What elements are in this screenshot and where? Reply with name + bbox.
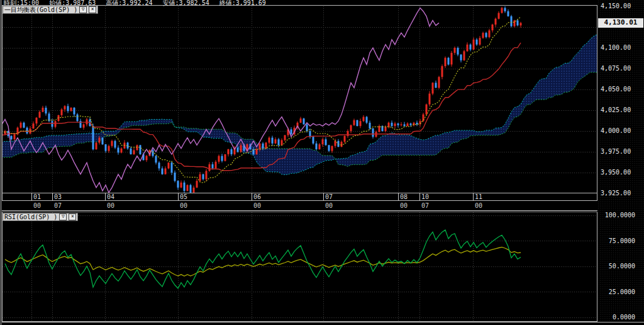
ichimoku-collapse-icon[interactable]: ▽ xyxy=(79,6,87,13)
rsi-close-icon[interactable]: × xyxy=(69,214,76,220)
price-axis-label: 4,025.00 xyxy=(601,106,631,114)
ichimoku-panel-chip: 一目均衡表(Gold(SP) ) ▽ × xyxy=(3,6,98,14)
price-axis-label: 3,925.00 xyxy=(601,190,631,197)
price-axis-label: 4,100.00 xyxy=(601,44,631,52)
date-tick-label: 01 xyxy=(33,193,41,200)
ichimoku-close-icon[interactable]: × xyxy=(89,6,96,13)
price-axis-label: 4,150.00 xyxy=(601,3,631,10)
hour-tick-label: 00 xyxy=(475,202,482,209)
ichimoku-panel-title: 一目均衡表(Gold(SP) ) xyxy=(4,6,77,13)
hour-tick-label: 00 xyxy=(107,202,114,209)
date-tick-label: 03 xyxy=(54,193,62,200)
quote-open: 始値:3,987.63 xyxy=(49,0,96,6)
current-price-box: 4,130.01 xyxy=(597,18,644,28)
price-axis-label: 4,050.00 xyxy=(601,86,631,93)
rsi-axis-label: 50.0000 xyxy=(597,263,635,270)
date-tick-label: 10 xyxy=(421,193,429,200)
date-tick-label: 07 xyxy=(325,193,333,200)
price-axis-label: 4,075.00 xyxy=(601,65,631,72)
quote-low: 安値:3,982.54 xyxy=(163,0,209,6)
quote-high: 高値:3,992.24 xyxy=(106,0,152,6)
price-axis-label: 3,975.00 xyxy=(601,148,631,156)
quote-time: 時刻:15:00 xyxy=(4,0,39,6)
rsi-axis-label: 75.0000 xyxy=(597,237,635,245)
rsi-panel-chip: RSI(Gold(SP) ) ▽ × xyxy=(3,213,78,221)
date-tick-label: 06 xyxy=(253,193,261,200)
rsi-axis-label: 100.0000 xyxy=(597,212,635,219)
date-tick-label: 08 xyxy=(400,193,408,200)
window-left-border xyxy=(0,0,2,325)
price-axis-label: 4,000.00 xyxy=(601,127,631,135)
hour-tick-label: 00 xyxy=(325,202,333,209)
rsi-axis-label: 0.0000 xyxy=(597,314,635,321)
price-axis-label: 3,950.00 xyxy=(601,169,631,176)
hour-tick-label: 00 xyxy=(400,202,408,209)
rsi-axis-label: 25.0000 xyxy=(597,288,635,296)
date-tick-label: 04 xyxy=(107,193,114,200)
hour-tick-label: 00 xyxy=(253,202,261,209)
quote-info-bar: 時刻:15:00 始値:3,987.63 高値:3,992.24 安値:3,98… xyxy=(4,0,266,6)
rsi-collapse-icon[interactable]: ▽ xyxy=(59,214,67,220)
hour-tick-label: 07 xyxy=(54,202,62,209)
hour-tick-label: 07 xyxy=(421,202,429,209)
hour-tick-label: 00 xyxy=(180,202,187,209)
rsi-panel-title: RSI(Gold(SP) ) xyxy=(4,214,57,220)
date-tick-label: 05 xyxy=(180,193,187,200)
price-axis-panel: 4,150.004,100.004,075.004,050.004,025.00… xyxy=(597,0,644,322)
hour-tick-label: 00 xyxy=(33,202,41,209)
chart-canvas[interactable] xyxy=(0,0,644,325)
trading-chart-window: 時刻:15:00 始値:3,987.63 高値:3,992.24 安値:3,98… xyxy=(0,0,644,325)
date-tick-label: 11 xyxy=(475,193,482,200)
quote-close: 終値:3,991.69 xyxy=(219,0,266,6)
